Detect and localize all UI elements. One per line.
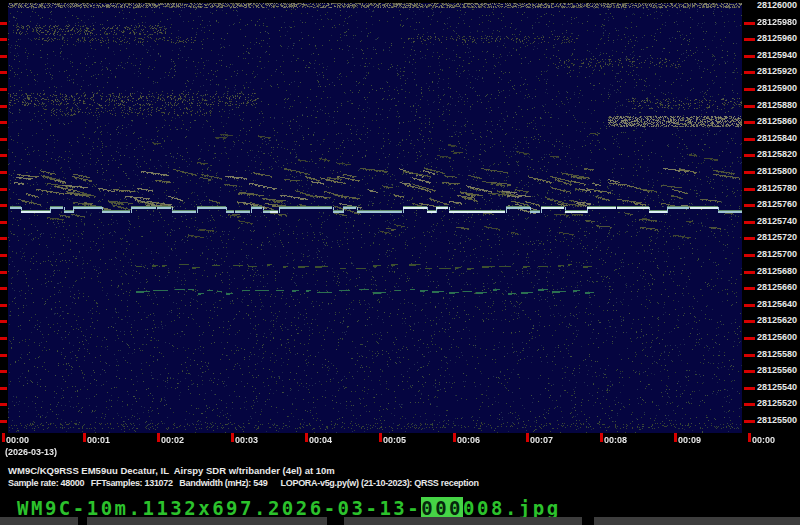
frequency-label: 28125580 xyxy=(757,350,797,359)
time-label: 00:08 xyxy=(604,436,627,445)
frequency-label: 28125520 xyxy=(757,399,797,408)
frequency-label: 28125920 xyxy=(757,67,797,76)
time-label: 00:09 xyxy=(678,436,701,445)
frequency-label: 28125840 xyxy=(757,134,797,143)
frequency-tick-right xyxy=(744,138,755,141)
frequency-tick-left xyxy=(0,320,7,323)
frequency-label: 28125600 xyxy=(757,333,797,342)
frequency-tick-right xyxy=(744,88,755,91)
time-label: 00:01 xyxy=(87,436,110,445)
terminal-filename-line[interactable]: WM9C-10m.1132x697.2026-03-13-000008.jpg xyxy=(17,499,561,518)
frequency-label: 28125980 xyxy=(757,18,797,27)
frequency-label: 28125700 xyxy=(757,250,797,259)
frequency-tick-right xyxy=(744,337,755,340)
frequency-tick-right xyxy=(744,354,755,357)
time-tick xyxy=(453,433,456,442)
frequency-label: 28125640 xyxy=(757,300,797,309)
date-label: (2026-03-13) xyxy=(5,447,57,457)
time-tick xyxy=(526,433,529,442)
frequency-label: 28125660 xyxy=(757,283,797,292)
frequency-label: 28125880 xyxy=(757,101,797,110)
time-tick xyxy=(305,433,308,442)
frequency-tick-left xyxy=(0,55,7,58)
frequency-tick-left xyxy=(0,22,7,25)
frequency-tick-left xyxy=(0,370,7,373)
window-edge-bar xyxy=(344,517,582,525)
settings-info-line: Sample rate: 48000 FFTsamples: 131072 Ba… xyxy=(8,478,479,488)
frequency-tick-left xyxy=(0,337,7,340)
window-edge-bar xyxy=(0,517,78,525)
frequency-tick-left xyxy=(0,105,7,108)
frequency-tick-right xyxy=(744,387,755,390)
frequency-label: 28125500 xyxy=(757,416,797,425)
frequency-label: 28125940 xyxy=(757,51,797,60)
frequency-tick-right xyxy=(744,121,755,124)
frequency-tick-right xyxy=(744,71,755,74)
time-label: 00:05 xyxy=(383,436,406,445)
frequency-tick-right xyxy=(744,221,755,224)
frequency-tick-left xyxy=(0,420,7,423)
time-label: 00:00 xyxy=(752,436,775,445)
frequency-tick-right xyxy=(744,22,755,25)
frequency-tick-left xyxy=(0,154,7,157)
time-tick xyxy=(379,433,382,442)
frequency-tick-left xyxy=(0,88,7,91)
spectrogram-waterfall xyxy=(8,3,742,433)
filename-prefix: WM9C-10m.1132x697.2026-03-13- xyxy=(17,497,421,519)
filename-suffix: 008.jpg xyxy=(463,497,561,519)
frequency-tick-left xyxy=(0,38,7,41)
time-tick xyxy=(2,433,5,442)
frequency-tick-right xyxy=(744,403,755,406)
frequency-tick-right xyxy=(744,105,755,108)
frequency-tick-left xyxy=(0,354,7,357)
time-label: 00:04 xyxy=(309,436,332,445)
frequency-label: 28125760 xyxy=(757,200,797,209)
frequency-tick-left xyxy=(0,287,7,290)
window-edge-bar xyxy=(87,517,327,525)
frequency-tick-left xyxy=(0,71,7,74)
frequency-tick-left xyxy=(0,138,7,141)
frequency-tick-left xyxy=(0,188,7,191)
time-tick xyxy=(748,433,751,442)
frequency-label: 28125680 xyxy=(757,267,797,276)
time-label: 00:06 xyxy=(457,436,480,445)
time-tick xyxy=(157,433,160,442)
frequency-label: 28125900 xyxy=(757,84,797,93)
time-tick xyxy=(83,433,86,442)
frequency-tick-right xyxy=(744,171,755,174)
frequency-tick-left xyxy=(0,237,7,240)
window-edge-bar xyxy=(594,517,800,525)
frequency-label: 28125620 xyxy=(757,316,797,325)
frequency-tick-left xyxy=(0,121,7,124)
time-tick xyxy=(231,433,234,442)
frequency-tick-left xyxy=(0,171,7,174)
frequency-tick-left xyxy=(0,304,7,307)
frequency-label: 28125540 xyxy=(757,383,797,392)
frequency-tick-right xyxy=(744,55,755,58)
frequency-tick-right xyxy=(744,287,755,290)
filename-cursor-selection[interactable]: 000 xyxy=(421,497,463,519)
time-tick xyxy=(674,433,677,442)
frequency-tick-right xyxy=(744,38,755,41)
frequency-tick-right xyxy=(744,237,755,240)
frequency-tick-right xyxy=(744,154,755,157)
time-label: 00:03 xyxy=(235,436,258,445)
frequency-tick-right xyxy=(744,254,755,257)
frequency-tick-right xyxy=(744,271,755,274)
time-label: 00:00 xyxy=(6,436,29,445)
frequency-tick-left xyxy=(0,254,7,257)
frequency-tick-right xyxy=(744,304,755,307)
frequency-tick-right xyxy=(744,204,755,207)
frequency-tick-left xyxy=(0,204,7,207)
frequency-label: 28125780 xyxy=(757,184,797,193)
frequency-label: 28125720 xyxy=(757,233,797,242)
frequency-label: 28125560 xyxy=(757,366,797,375)
frequency-tick-left xyxy=(0,387,7,390)
time-tick xyxy=(600,433,603,442)
time-label: 00:07 xyxy=(530,436,553,445)
station-info-line: WM9C/KQ9RSS EM59uu Decatur, IL Airspy SD… xyxy=(8,466,335,476)
frequency-tick-left xyxy=(0,221,7,224)
qrss-grabber-screen: 2812600028125980281259602812594028125920… xyxy=(0,0,800,525)
frequency-tick-right xyxy=(744,320,755,323)
time-label: 00:02 xyxy=(161,436,184,445)
